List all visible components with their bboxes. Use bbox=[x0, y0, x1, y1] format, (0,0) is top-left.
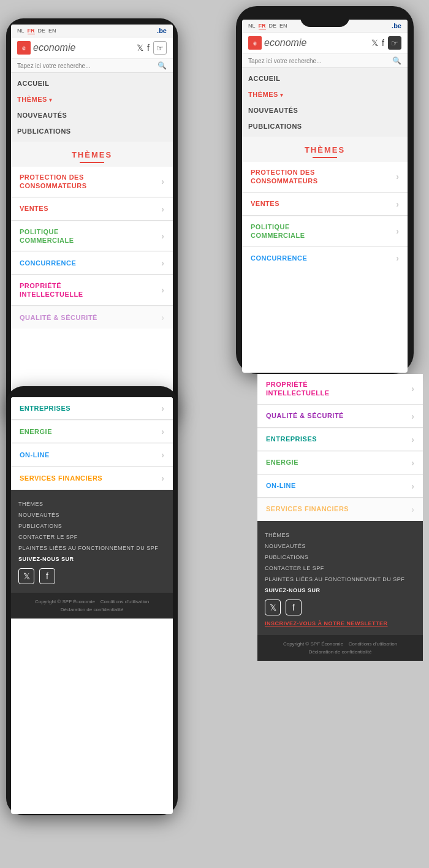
theme-propriete-right[interactable]: PROPRIÉTÉINTELLECTUELLE › bbox=[257, 374, 423, 405]
theme-label-online-3: ON-LINE bbox=[20, 451, 50, 459]
theme-online-3[interactable]: ON-LINE › bbox=[11, 444, 173, 466]
theme-qualite-1[interactable]: QUALITÉ & SÉCURITÉ › bbox=[11, 306, 173, 329]
facebook-icon[interactable]: f bbox=[147, 43, 150, 53]
footer-facebook-3[interactable]: f bbox=[39, 568, 55, 584]
footer-social-3: 𝕏 f bbox=[18, 568, 165, 584]
search-input-2[interactable] bbox=[248, 58, 392, 64]
themes-section-2: THÈMES PROTECTION DESCONSOMMATEURS › VEN… bbox=[242, 137, 408, 269]
nav-nouveautes-2[interactable]: NOUVEAUTÉS bbox=[242, 102, 408, 118]
be-logo-2: .be bbox=[392, 22, 401, 29]
footer-publications-right[interactable]: PUBLICATIONS bbox=[265, 552, 416, 563]
theme-protection-1[interactable]: PROTECTION DESCONSOMMATEURS › bbox=[11, 167, 173, 197]
footer-facebook-right[interactable]: f bbox=[286, 600, 302, 615]
theme-energie-right[interactable]: ENERGIE › bbox=[257, 452, 423, 474]
theme-politique-2[interactable]: POLITIQUECOMMERCIALE › bbox=[242, 216, 408, 247]
footer-twitter-right[interactable]: 𝕏 bbox=[265, 600, 281, 615]
phone-frame-3: ENTREPRISES › ENERGIE › ON-LINE › SERVIC… bbox=[6, 386, 178, 815]
theme-label-energie-3: ENERGIE bbox=[20, 427, 52, 436]
footer-copyright-3: Copyright © SPF Économie Conditions d'ut… bbox=[18, 598, 165, 606]
footer-contacter-right[interactable]: CONTACTER LE SPF bbox=[265, 563, 416, 574]
nav-themes-2[interactable]: THÈMES bbox=[242, 86, 408, 102]
nav-themes-1[interactable]: THÈMES bbox=[11, 91, 173, 107]
phone-screen-1: NL FR DE EN .be e economie 𝕏 f ☞ 🔍 ACCUE… bbox=[11, 25, 173, 417]
nav-accueil-2[interactable]: ACCUEIL bbox=[242, 70, 408, 86]
theme-politique-1[interactable]: POLITIQUECOMMERCIALE › bbox=[11, 221, 173, 252]
nav-nouveautes-1[interactable]: NOUVEAUTÉS bbox=[11, 107, 173, 123]
lang-nl-2[interactable]: NL bbox=[248, 23, 256, 29]
search-icon-2[interactable]: 🔍 bbox=[392, 56, 401, 65]
theme-entreprises-right[interactable]: ENTREPRISES › bbox=[257, 428, 423, 451]
theme-concurrence-1[interactable]: CONCURRENCE › bbox=[11, 252, 173, 275]
footer-nouveautes-3[interactable]: NOUVEAUTÉS bbox=[18, 509, 165, 520]
lang-bar-1: NL FR DE EN .be bbox=[11, 25, 173, 37]
theme-label-politique-2: POLITIQUECOMMERCIALE bbox=[251, 223, 305, 240]
theme-protection-2[interactable]: PROTECTION DESCONSOMMATEURS › bbox=[242, 162, 408, 192]
theme-online-right[interactable]: ON-LINE › bbox=[257, 475, 423, 498]
facebook-icon-2[interactable]: f bbox=[382, 38, 384, 48]
chevron-concurrence-2: › bbox=[396, 253, 399, 263]
phone-frame-2: NL FR DE EN .be e economie 𝕏 f ☞ 🔍 ACCUE… bbox=[236, 6, 414, 374]
theme-qualite-right[interactable]: QUALITÉ & SÉCURITÉ › bbox=[257, 405, 423, 428]
theme-label-propriete-1: PROPRIÉTÉINTELLECTUELLE bbox=[20, 281, 83, 299]
nav-publications-2[interactable]: PUBLICATIONS bbox=[242, 118, 408, 134]
chevron-protection-1: › bbox=[161, 177, 164, 186]
nav-accueil-1[interactable]: ACCUEIL bbox=[11, 75, 173, 91]
footer-plaintes-3[interactable]: PLAINTES LIÉES AU FONCTIONNEMENT DU SPF bbox=[18, 542, 165, 554]
theme-ventes-2[interactable]: VENTES › bbox=[242, 193, 408, 216]
chevron-propriete-1: › bbox=[161, 285, 164, 295]
footer-plaintes-right[interactable]: PLAINTES LIÉES AU FONCTIONNEMENT DU SPF bbox=[265, 574, 416, 585]
footer-declaration-3: Déclaration de confidentialité bbox=[18, 606, 165, 614]
chevron-concurrence-1: › bbox=[161, 258, 164, 268]
chevron-entreprises-3: › bbox=[161, 403, 164, 413]
footer-suivez-3: SUIVEZ-NOUS SUR bbox=[18, 554, 165, 565]
lang-fr[interactable]: FR bbox=[28, 28, 35, 34]
twitter-icon[interactable]: 𝕏 bbox=[137, 43, 143, 53]
lang-nl[interactable]: NL bbox=[17, 28, 25, 34]
theme-label-services-3: SERVICES FINANCIERS bbox=[20, 474, 102, 482]
search-icon-1[interactable]: 🔍 bbox=[158, 61, 167, 70]
lang-en-2[interactable]: EN bbox=[279, 23, 287, 29]
chevron-online-right: › bbox=[411, 481, 414, 491]
theme-concurrence-2[interactable]: CONCURRENCE › bbox=[242, 247, 408, 269]
hand-icon-2[interactable]: ☞ bbox=[388, 36, 401, 50]
right-panel: PROPRIÉTÉINTELLECTUELLE › QUALITÉ & SÉCU… bbox=[257, 374, 423, 661]
nav-publications-1[interactable]: PUBLICATIONS bbox=[11, 123, 173, 139]
footer-themes-3[interactable]: THÈMES bbox=[18, 498, 165, 509]
theme-ventes-1[interactable]: VENTES › bbox=[11, 198, 173, 221]
lang-en[interactable]: EN bbox=[48, 28, 56, 34]
lang-de-2[interactable]: DE bbox=[269, 23, 277, 29]
themes-section-right: PROPRIÉTÉINTELLECTUELLE › QUALITÉ & SÉCU… bbox=[257, 374, 423, 520]
logo-icon: e bbox=[17, 41, 31, 55]
theme-entreprises-3[interactable]: ENTREPRISES › bbox=[11, 397, 173, 420]
twitter-icon-2[interactable]: 𝕏 bbox=[371, 38, 378, 48]
footer-themes-right[interactable]: THÈMES bbox=[265, 530, 416, 541]
chevron-propriete-right: › bbox=[411, 384, 414, 394]
footer-contacter-3[interactable]: CONTACTER LE SPF bbox=[18, 531, 165, 542]
social-icons-2: 𝕏 f ☞ bbox=[371, 36, 401, 50]
footer-newsletter-right[interactable]: INSCRIVEZ-VOUS À NOTRE NEWSLETTER bbox=[265, 620, 416, 626]
footer-publications-3[interactable]: PUBLICATIONS bbox=[18, 520, 165, 531]
theme-label-protection-2: PROTECTION DESCONSOMMATEURS bbox=[251, 168, 318, 186]
theme-services-3[interactable]: SERVICES FINANCIERS › bbox=[11, 467, 173, 489]
theme-label-entreprises-right: ENTREPRISES bbox=[266, 435, 317, 443]
theme-energie-3[interactable]: ENERGIE › bbox=[11, 421, 173, 443]
chevron-qualite-1: › bbox=[161, 313, 164, 322]
phone-frame-1: NL FR DE EN .be e economie 𝕏 f ☞ 🔍 ACCUE… bbox=[6, 18, 178, 423]
phone-screen-2: NL FR DE EN .be e economie 𝕏 f ☞ 🔍 ACCUE… bbox=[242, 20, 408, 373]
phone-notch-3 bbox=[70, 386, 113, 397]
hand-icon[interactable]: ☞ bbox=[153, 41, 167, 55]
footer-twitter-3[interactable]: 𝕏 bbox=[18, 568, 34, 584]
lang-de[interactable]: DE bbox=[38, 28, 46, 34]
theme-label-propriete-right: PROPRIÉTÉINTELLECTUELLE bbox=[266, 380, 330, 398]
theme-propriete-1[interactable]: PROPRIÉTÉINTELLECTUELLE › bbox=[11, 275, 173, 306]
site-footer-3: THÈMES NOUVEAUTÉS PUBLICATIONS CONTACTER… bbox=[11, 490, 173, 593]
theme-label-qualite-right: QUALITÉ & SÉCURITÉ bbox=[266, 411, 344, 420]
logo-text-2: economie bbox=[264, 37, 306, 48]
chevron-politique-1: › bbox=[161, 231, 164, 241]
search-input-1[interactable] bbox=[17, 63, 158, 69]
chevron-qualite-right: › bbox=[411, 411, 414, 421]
footer-nouveautes-right[interactable]: NOUVEAUTÉS bbox=[265, 541, 416, 552]
chevron-services-3: › bbox=[161, 473, 164, 483]
lang-fr-2[interactable]: FR bbox=[259, 23, 266, 29]
theme-services-right[interactable]: SERVICES FINANCIERS › bbox=[257, 498, 423, 520]
